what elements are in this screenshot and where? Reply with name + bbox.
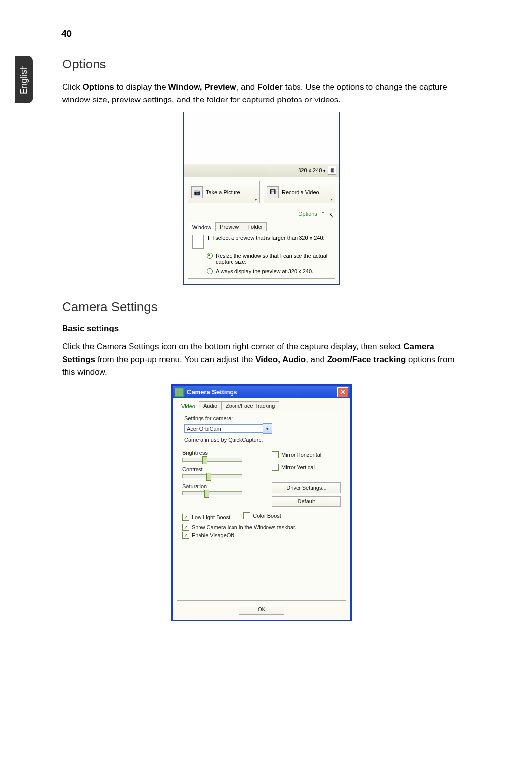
show-taskbar-label: Show Camera icon in the Windows taskbar. (192, 524, 296, 530)
radio-unselected-icon (207, 268, 213, 274)
color-boost-checkbox[interactable]: Color Boost (243, 512, 281, 519)
saturation-label: Saturation (182, 483, 263, 489)
chevron-up-icon: ⌃ (321, 211, 325, 217)
window-prompt: If I select a preview that is larger tha… (208, 235, 331, 241)
camera-settings-heading: Camera Settings (62, 299, 461, 315)
camera-in-use-label: Camera in use by QuickCapture. (184, 437, 341, 443)
checkbox-empty-icon (243, 512, 250, 519)
chevron-down-icon: ▾ (263, 423, 272, 434)
dialog-body: Video Audio Zoom/Face Tracking Settings … (173, 398, 350, 620)
text: Click the Camera Settings icon on the bo… (62, 342, 403, 351)
camera-settings-paragraph: Click the Camera Settings icon on the bo… (62, 340, 461, 379)
bold-options: Options (83, 82, 114, 92)
sliders-column: Brightness Contrast Saturation (182, 450, 263, 507)
window-icon (192, 235, 204, 249)
slider-thumb (204, 490, 209, 498)
basic-settings-heading: Basic settings (62, 324, 461, 333)
options-column: Mirror Horizontal Mirror Vertical Driver… (272, 450, 341, 507)
dialog-titlebar: Camera Settings ✕ (173, 386, 350, 398)
record-video-button[interactable]: 🎞 Record a Video ▸ (264, 181, 335, 203)
checkbox-checked-icon: ✓ (182, 524, 189, 531)
options-tabs: Window Preview Folder (188, 222, 335, 231)
bold-window-preview: Window, Preview (168, 82, 236, 92)
enable-visageon-label: Enable VisageON (192, 532, 234, 538)
slider-thumb (202, 456, 207, 464)
window-tab-body: If I select a preview that is larger tha… (188, 231, 335, 279)
record-video-label: Record a Video (282, 189, 319, 195)
show-taskbar-checkbox[interactable]: ✓ Show Camera icon in the Windows taskba… (182, 524, 341, 531)
options-paragraph: Click Options to display the Window, Pre… (62, 81, 461, 107)
bold-zoom-face: Zoom/Face tracking (327, 355, 406, 364)
options-tabs-area: Window Preview Folder If I select a prev… (183, 219, 340, 285)
camera-select[interactable]: Acer OrbiCam ▾ (184, 423, 341, 434)
brightness-label: Brightness (182, 450, 263, 456)
take-picture-label: Take a Picture (206, 189, 240, 195)
capture-window-screenshot: 320 x 240 ▦ 📷 Take a Picture ▸ 🎞 Record … (183, 112, 340, 285)
settings-for-camera-label: Settings for camera: (184, 415, 341, 421)
tab-window[interactable]: Window (188, 223, 216, 231)
ok-row: OK (177, 604, 346, 615)
preview-area (183, 112, 340, 164)
tab-audio[interactable]: Audio (199, 401, 222, 410)
text: from the pop-up menu. You can adjust the (95, 355, 255, 364)
text: , and (306, 355, 327, 364)
mirror-vertical-checkbox[interactable]: Mirror Vertical (272, 464, 341, 471)
mirror-h-label: Mirror Horizontal (281, 452, 321, 458)
camera-settings-dialog: Camera Settings ✕ Video Audio Zoom/Face … (171, 384, 352, 622)
video-tab-panel: Settings for camera: Acer OrbiCam ▾ Came… (177, 410, 346, 601)
options-link-row: Options ⌃ ↖ (183, 207, 340, 219)
bold-folder: Folder (257, 82, 283, 92)
app-icon (175, 388, 184, 397)
mirror-v-label: Mirror Vertical (281, 464, 315, 470)
tab-zoom-face[interactable]: Zoom/Face Tracking (221, 401, 279, 410)
low-light-boost-checkbox[interactable]: ✓ Low Light Boost (182, 514, 230, 521)
saturation-slider[interactable] (182, 491, 242, 495)
page-content: Options Click Options to display the Win… (62, 57, 461, 621)
tab-video[interactable]: Video (177, 402, 200, 410)
ok-button[interactable]: OK (239, 604, 284, 615)
checkbox-checked-icon: ✓ (182, 514, 189, 521)
dropdown-arrow-icon: ▸ (331, 197, 333, 202)
brightness-slider[interactable] (182, 458, 242, 462)
camera-select-value: Acer OrbiCam (184, 424, 263, 433)
low-light-label: Low Light Boost (192, 514, 230, 520)
checkbox-checked-icon: ✓ (182, 532, 189, 539)
language-tab: English (15, 56, 33, 103)
page-number: 40 (61, 28, 72, 39)
slider-thumb (206, 473, 211, 481)
enable-visageon-checkbox[interactable]: ✓ Enable VisageON (182, 532, 341, 539)
dropdown-arrow-icon: ▸ (255, 197, 257, 202)
contrast-slider[interactable] (182, 474, 242, 478)
options-heading: Options (62, 57, 461, 72)
take-picture-button[interactable]: 📷 Take a Picture ▸ (188, 181, 260, 203)
checkbox-empty-icon (272, 451, 279, 458)
radio-always-row[interactable]: Always display the preview at 320 x 240. (207, 268, 331, 274)
dialog-title: Camera Settings (187, 388, 237, 396)
driver-settings-button[interactable]: Driver Settings... (272, 482, 341, 493)
radio-resize-label: Resize the window so that I can see the … (216, 253, 331, 265)
options-link[interactable]: Options (299, 211, 317, 217)
color-boost-label: Color Boost (253, 513, 281, 519)
resolution-bar: 320 x 240 ▦ (183, 164, 340, 177)
resolution-dropdown[interactable]: 320 x 240 (298, 167, 326, 173)
contrast-label: Contrast (182, 466, 263, 472)
radio-selected-icon (207, 253, 213, 259)
text: , and (236, 82, 257, 92)
bold-video-audio: Video, Audio (255, 355, 306, 364)
cursor-icon: ↖ (329, 211, 334, 219)
text: to display the (114, 82, 168, 92)
capture-buttons-row: 📷 Take a Picture ▸ 🎞 Record a Video ▸ (183, 177, 340, 207)
tab-folder[interactable]: Folder (243, 222, 267, 231)
checkbox-empty-icon (272, 464, 279, 471)
camera-icon: 📷 (191, 186, 203, 198)
language-tab-label: English (19, 65, 29, 94)
mirror-horizontal-checkbox[interactable]: Mirror Horizontal (272, 451, 341, 458)
tab-preview[interactable]: Preview (215, 222, 243, 231)
default-button[interactable]: Default (272, 496, 341, 507)
close-icon: ✕ (340, 388, 346, 396)
palette-icon[interactable]: ▦ (328, 166, 336, 175)
text: Click (62, 82, 83, 92)
radio-resize-row[interactable]: Resize the window so that I can see the … (207, 253, 331, 265)
dialog-tabs: Video Audio Zoom/Face Tracking (177, 401, 346, 410)
close-button[interactable]: ✕ (337, 387, 348, 397)
